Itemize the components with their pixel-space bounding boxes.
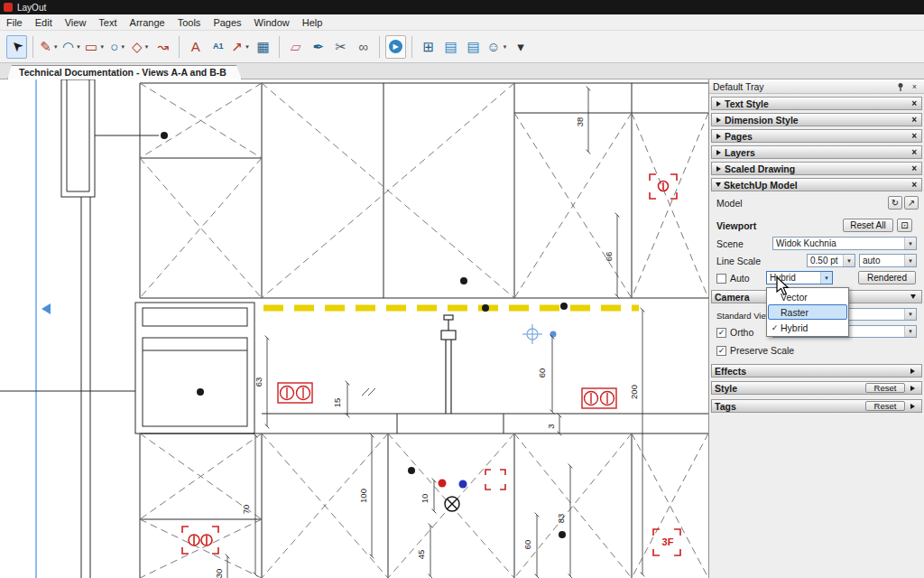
next-page-button-icon: ▤ (467, 40, 480, 53)
circle-tool-dropdown-icon[interactable]: ▼ (120, 44, 125, 50)
menu-file[interactable]: File (0, 15, 29, 30)
polygon-tool-dropdown-icon[interactable]: ▼ (143, 44, 149, 50)
select-tool[interactable]: ➤ (6, 35, 27, 59)
section-scaled-drawing[interactable]: Scaled Drawing × (711, 162, 922, 175)
select-tool-icon: ➤ (8, 38, 26, 56)
preserve-scale-checkbox[interactable] (716, 346, 726, 356)
start-presentation-button-icon: ▶ (389, 40, 402, 53)
tray-title: Default Tray (713, 81, 892, 92)
line-tool[interactable]: ✎▼ (39, 35, 60, 59)
menu-text[interactable]: Text (92, 15, 123, 30)
tags-subsection[interactable]: Tags Reset (711, 399, 922, 413)
auto-label: Auto (730, 273, 750, 284)
render-option-label: Hybrid (781, 322, 808, 333)
label-tool[interactable]: A1 (208, 35, 228, 59)
table-tool[interactable]: ▦ (253, 35, 273, 59)
split-tool[interactable]: ✂ (330, 35, 351, 59)
dimension-tool[interactable]: ↗▼ (230, 35, 251, 59)
pin-icon[interactable] (894, 80, 906, 92)
toolbar-overflow-button[interactable]: ▾ (510, 35, 531, 59)
previous-page-button[interactable]: ▤ (440, 35, 461, 59)
outlet-symbols (278, 383, 616, 408)
line-scale-select[interactable]: 0.50 pt ▼ (807, 254, 855, 267)
account-button-dropdown-icon[interactable]: ▼ (503, 44, 508, 50)
close-icon[interactable]: × (910, 98, 919, 108)
document-tab[interactable]: Technical Documentation - Views A-A and … (7, 65, 242, 79)
chevron-down-icon[interactable]: ▼ (904, 255, 916, 266)
section-layers[interactable]: Layers × (711, 145, 922, 159)
close-icon[interactable]: × (910, 115, 919, 125)
circle-tool[interactable]: ○▼ (107, 35, 128, 59)
next-page-button[interactable]: ▤ (463, 35, 484, 59)
scene-select[interactable]: Widok Kuchnia ▼ (772, 237, 917, 250)
account-button[interactable]: ☺▼ (485, 35, 508, 59)
dimension-label: 83 (556, 514, 566, 524)
drawing-canvas[interactable]: 386663602001537010010453060833F (0, 79, 708, 578)
render-option-hybrid[interactable]: ✓Hybrid (768, 320, 847, 335)
style-tool-icon: ✒ (312, 40, 324, 53)
ortho-label: Ortho (730, 327, 753, 338)
close-icon[interactable]: × (910, 163, 919, 173)
menu-edit[interactable]: Edit (29, 15, 59, 30)
expand-arrow-icon (716, 134, 721, 139)
close-icon[interactable]: × (910, 180, 919, 190)
viewport-row: Viewport (716, 220, 756, 231)
start-presentation-button[interactable]: ▶ (385, 35, 406, 59)
reset-all-button[interactable]: Reset All (843, 219, 893, 232)
line-tool-dropdown-icon[interactable]: ▼ (53, 44, 59, 50)
style-subsection[interactable]: Style Reset (711, 381, 922, 395)
ortho-checkbox[interactable] (716, 328, 726, 338)
render-option-label: Vector (781, 292, 808, 303)
section-dimension-style[interactable]: Dimension Style × (711, 113, 922, 126)
polygon-tool[interactable]: ◇▼ (130, 35, 151, 59)
collapse-arrow-icon[interactable] (42, 303, 51, 314)
chevron-down-icon[interactable]: ▼ (904, 326, 916, 337)
text-tool[interactable]: A (185, 35, 206, 59)
menu-tools[interactable]: Tools (171, 15, 208, 30)
menu-pages[interactable]: Pages (207, 15, 247, 30)
chevron-down-icon[interactable]: ▼ (820, 272, 832, 284)
render-option-vector[interactable]: Vector (768, 289, 847, 304)
render-mode-select[interactable]: Hybrid ▼ (766, 271, 833, 284)
menu-window[interactable]: Window (248, 15, 296, 30)
join-tool-icon: ∞ (358, 40, 368, 53)
section-label: Dimension Style (725, 115, 910, 126)
rectangle-tool[interactable]: ▭▼ (84, 35, 106, 59)
arc-tool[interactable]: ◠▼ (61, 35, 82, 59)
close-icon[interactable]: × (910, 131, 919, 141)
menu-view[interactable]: View (59, 15, 93, 30)
tags-reset-button[interactable]: Reset (865, 401, 905, 411)
join-tool[interactable]: ∞ (353, 35, 374, 59)
section-pages[interactable]: Pages × (711, 129, 922, 143)
line-scale-auto-select[interactable]: auto ▼ (859, 254, 917, 267)
add-page-button[interactable]: ⊞ (418, 35, 439, 59)
style-tool[interactable]: ✒ (308, 35, 328, 59)
arc-tool-icon: ◠ (62, 40, 74, 53)
update-model-button[interactable]: ↻ (888, 196, 902, 210)
auto-checkbox[interactable] (716, 274, 726, 284)
viewport-label: Viewport (716, 220, 756, 231)
render-option-raster[interactable]: Raster (768, 304, 847, 320)
style-label: Style (715, 383, 865, 394)
section-sketchup-model[interactable]: SketchUp Model × (711, 178, 922, 191)
rendered-button[interactable]: Rendered (858, 271, 916, 284)
chevron-down-icon[interactable]: ▼ (843, 255, 855, 266)
dimension-tool-dropdown-icon[interactable]: ▼ (245, 44, 250, 50)
effects-subsection[interactable]: Effects (711, 364, 922, 378)
menu-help[interactable]: Help (296, 15, 329, 30)
section-text-style[interactable]: Text Style × (711, 97, 922, 110)
rectangle-tool-dropdown-icon[interactable]: ▼ (99, 44, 105, 50)
chevron-down-icon[interactable]: ▼ (904, 309, 916, 320)
freehand-tool[interactable]: ↝ (152, 35, 173, 59)
open-in-sketchup-button[interactable]: ↗ (904, 196, 919, 210)
tray-close-icon[interactable]: × (909, 80, 920, 92)
viewport-extra-button[interactable]: ⊡ (897, 219, 912, 232)
close-icon[interactable]: × (910, 147, 919, 157)
arc-tool-dropdown-icon[interactable]: ▼ (76, 44, 81, 50)
eraser-tool[interactable]: ▱ (285, 35, 306, 59)
menu-arrange[interactable]: Arrange (124, 15, 171, 30)
chevron-down-icon[interactable]: ▼ (904, 238, 916, 249)
style-reset-button[interactable]: Reset (865, 383, 905, 393)
window-title: LayOut (17, 3, 46, 13)
canvas-area[interactable]: 386663602001537010010453060833F (0, 79, 708, 578)
